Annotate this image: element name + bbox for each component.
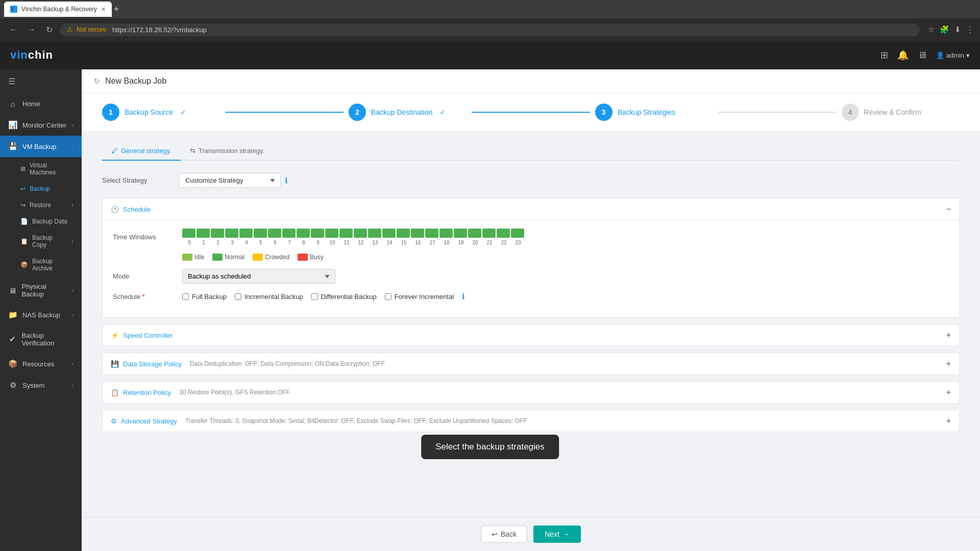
backup-icon: ↩ <box>20 185 26 192</box>
general-tab-icon: 🖊 <box>111 147 118 155</box>
user-menu[interactable]: 👤 admin ▾ <box>936 52 970 59</box>
differential-backup-checkbox-item[interactable]: Differential Backup <box>311 293 377 300</box>
next-button[interactable]: Next → <box>533 525 581 543</box>
sidebar-item-physical-backup[interactable]: 🖥 Physical Backup › <box>0 277 82 304</box>
time-num-2: 2 <box>211 240 225 245</box>
tab-general-strategy[interactable]: 🖊 General strategy. <box>102 142 181 161</box>
time-block-8 <box>297 229 310 238</box>
tab-transmission-label: Transmission strategy. <box>199 147 264 155</box>
legend-normal-label: Normal <box>225 254 244 261</box>
speed-toggle-button[interactable]: + <box>946 331 951 340</box>
forever-incremental-checkbox[interactable] <box>385 293 391 300</box>
bell-icon[interactable]: 🔔 <box>897 49 909 61</box>
grid-icon[interactable]: ⊞ <box>880 49 888 61</box>
sidebar-item-system[interactable]: ⚙ System › <box>0 374 82 396</box>
stepper: 1 Backup Source ✓ 2 Backup Destination ✓… <box>82 93 980 132</box>
schedule-icon: 🕐 <box>111 206 119 213</box>
sidebar-sub-item-backup-archive[interactable]: 📦 Backup Archive <box>0 253 82 277</box>
time-block-13 <box>368 229 381 238</box>
reload-nav-button[interactable]: ↻ <box>43 23 56 37</box>
browser-tab[interactable]: V Vinchin Backup & Recovery ✕ <box>4 2 112 17</box>
download-icon[interactable]: ⬇ <box>954 25 961 34</box>
sidebar-sub-label: Backup Copy <box>32 234 67 248</box>
speed-section-header[interactable]: ⚡ Speed Controller + <box>103 324 959 346</box>
step-4: 4 Review & Confirm <box>842 104 960 121</box>
time-num-18: 18 <box>439 240 454 245</box>
time-blocks <box>182 229 525 238</box>
legend-crowded-label: Crowded <box>265 254 289 261</box>
sidebar-sub-item-virtual-machines[interactable]: ⊞ Virtual Machines <box>0 157 82 181</box>
advanced-section-header[interactable]: ⚙ Advanced Strategy Transfer Threads: 3;… <box>103 410 959 432</box>
retention-toggle-button[interactable]: + <box>946 388 951 397</box>
incremental-backup-checkbox[interactable] <box>235 293 241 300</box>
extensions-icon[interactable]: 🧩 <box>940 25 949 34</box>
system-icon: ⚙ <box>8 381 17 390</box>
forward-nav-button[interactable]: → <box>24 23 39 36</box>
back-nav-button[interactable]: ← <box>6 23 20 36</box>
retention-policy-section: 📋 Retention Policy 30 Restore Point(s), … <box>102 381 960 404</box>
schedule-section-body: Time Windows <box>103 220 959 317</box>
sidebar-sub-label: Backup <box>30 185 50 192</box>
time-num-17: 17 <box>425 240 439 245</box>
storage-section-header[interactable]: 💾 Data Storage Policy Data Deduplication… <box>103 353 959 374</box>
header-right: ⊞ 🔔 🖥 👤 admin ▾ <box>880 49 970 61</box>
monitor-icon[interactable]: 🖥 <box>918 50 927 61</box>
sidebar-item-label: Home <box>22 100 40 108</box>
mode-select[interactable]: Backup as scheduled <box>182 269 335 284</box>
sidebar-item-resources[interactable]: 📦 Resources › <box>0 353 82 374</box>
differential-backup-checkbox[interactable] <box>311 293 318 300</box>
sidebar-sub-item-backup[interactable]: ↩ Backup <box>0 181 82 197</box>
forever-incremental-label: Forever Incremental <box>395 293 454 300</box>
legend-busy: Busy <box>298 254 324 261</box>
menu-icon[interactable]: ⋮ <box>966 25 974 34</box>
step-line-1 <box>225 112 343 113</box>
time-windows-row: Time Windows <box>113 229 949 245</box>
sidebar-item-monitor-center[interactable]: 📊 Monitor Center › <box>0 114 82 136</box>
nas-backup-arrow-icon: › <box>71 312 74 318</box>
url-bar[interactable]: ⚠ Not secure https://172.18.26.52/?vmbac… <box>60 23 920 36</box>
new-tab-button[interactable]: + <box>114 4 119 15</box>
full-backup-checkbox[interactable] <box>182 293 189 300</box>
step-4-label: Review & Confirm <box>864 108 921 116</box>
required-asterisk: * <box>142 293 145 300</box>
incremental-backup-checkbox-item[interactable]: Incremental Backup <box>235 293 303 300</box>
speed-section-title: Speed Controller <box>123 332 173 339</box>
speed-icon: ⚡ <box>111 332 119 339</box>
time-num-9: 9 <box>311 240 325 245</box>
strategy-info-icon[interactable]: ℹ <box>285 176 288 185</box>
advanced-section-desc: Transfer Threads: 3; Snapshot Mode: Seri… <box>185 417 527 424</box>
sidebar-sub-item-backup-copy[interactable]: 📋 Backup Copy › <box>0 230 82 253</box>
sidebar-sub-label: Virtual Machines <box>30 162 74 176</box>
incremental-backup-label: Incremental Backup <box>244 293 303 300</box>
full-backup-label: Full Backup <box>192 293 227 300</box>
time-num-6: 6 <box>268 240 282 245</box>
sidebar-item-vm-backup[interactable]: 💾 VM Backup › <box>0 136 82 157</box>
legend-normal: Normal <box>212 254 244 261</box>
sidebar-item-backup-verification[interactable]: ✔ Backup Verification <box>0 325 82 353</box>
sidebar-sub-item-backup-data[interactable]: 📄 Backup Data <box>0 213 82 230</box>
bookmark-icon[interactable]: ☆ <box>928 25 935 34</box>
retention-section-header[interactable]: 📋 Retention Policy 30 Restore Point(s), … <box>103 382 959 403</box>
time-legend: Idle Normal Crowded <box>182 254 324 261</box>
storage-toggle-button[interactable]: + <box>946 359 951 368</box>
time-block-2 <box>211 229 224 238</box>
time-num-4: 4 <box>239 240 254 245</box>
tab-close-button[interactable]: ✕ <box>101 6 106 13</box>
time-num-1: 1 <box>197 240 211 245</box>
sidebar-item-nas-backup[interactable]: 📁 NAS Backup › <box>0 304 82 325</box>
sidebar-hamburger-button[interactable]: ☰ <box>0 69 82 93</box>
back-button[interactable]: ↩ Back <box>481 525 527 543</box>
forever-incremental-checkbox-item[interactable]: Forever Incremental <box>385 293 454 300</box>
next-icon: → <box>562 530 570 538</box>
time-num-11: 11 <box>339 240 354 245</box>
strategy-select[interactable]: Customize Strategy <box>179 173 281 188</box>
tab-transmission-strategy[interactable]: ⇆ Transmission strategy. <box>181 142 274 161</box>
advanced-toggle-button[interactable]: + <box>946 416 951 425</box>
schedule-info-icon[interactable]: ℹ <box>462 292 465 301</box>
sidebar-sub-item-restore[interactable]: ↪ Restore › <box>0 197 82 213</box>
full-backup-checkbox-item[interactable]: Full Backup <box>182 293 227 300</box>
schedule-section-header[interactable]: 🕐 Schedule − <box>103 198 959 220</box>
security-icon: ⚠ <box>67 26 72 33</box>
schedule-toggle-button[interactable]: − <box>946 205 951 214</box>
sidebar-item-home[interactable]: ⌂ Home <box>0 93 82 114</box>
